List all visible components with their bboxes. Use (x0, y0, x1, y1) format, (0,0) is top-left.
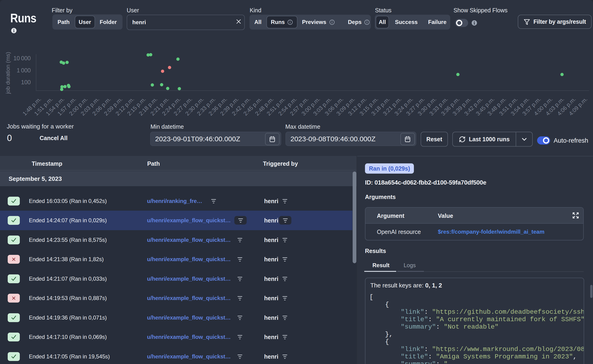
svg-text:100: 100 (21, 79, 31, 85)
svg-text:10 000: 10 000 (13, 55, 31, 61)
svg-text:1 000: 1 000 (17, 67, 31, 73)
svg-text:job duration (ms): job duration (ms) (5, 52, 11, 94)
